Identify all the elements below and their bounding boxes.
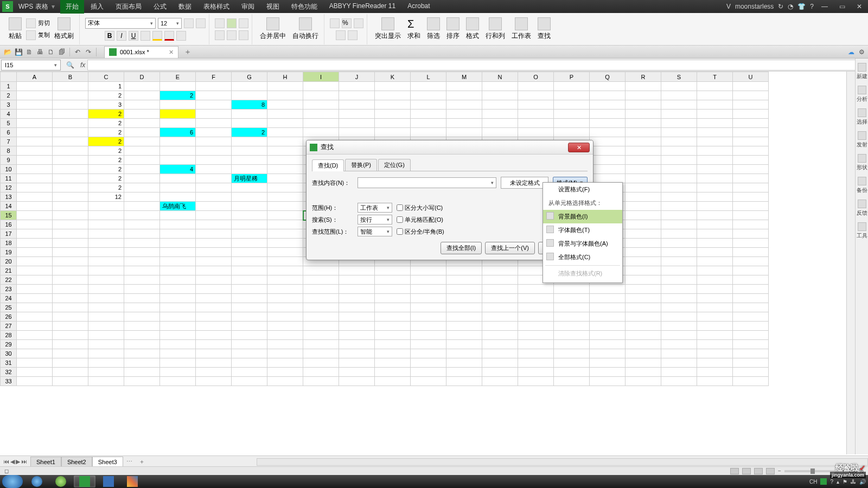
cell-F6[interactable]: [196, 128, 232, 137]
cell-N29[interactable]: [482, 340, 518, 349]
increase-font-icon[interactable]: [184, 18, 194, 28]
cell-G6[interactable]: 2: [232, 128, 267, 137]
cell-R17[interactable]: [626, 229, 661, 239]
cell-H26[interactable]: [267, 312, 303, 322]
cell-G27[interactable]: [232, 322, 267, 331]
col-header-Q[interactable]: Q: [590, 72, 626, 82]
cell-H31[interactable]: [267, 358, 303, 368]
cell-A7[interactable]: [17, 137, 53, 146]
cell-A8[interactable]: [17, 146, 53, 156]
cell-S22[interactable]: [661, 275, 697, 285]
cell-H10[interactable]: [267, 165, 303, 174]
cell-F17[interactable]: [196, 229, 232, 239]
cell-R15[interactable]: [626, 211, 661, 220]
cell-L2[interactable]: [411, 91, 446, 100]
cell-E32[interactable]: [160, 368, 196, 377]
cell-F30[interactable]: [196, 349, 232, 358]
cell-A13[interactable]: [17, 192, 53, 202]
fx-search-icon[interactable]: 🔍: [62, 61, 78, 69]
side-选择[interactable]: 选择: [857, 108, 867, 126]
row-header-8[interactable]: 8: [1, 146, 17, 156]
format-painter-button[interactable]: 格式刷: [52, 16, 76, 42]
highlight-button[interactable]: 突出显示: [373, 16, 403, 42]
cell-L21[interactable]: [411, 266, 446, 275]
maximize-button[interactable]: ▭: [835, 3, 848, 10]
cell-O29[interactable]: [518, 340, 554, 349]
paste-button[interactable]: 粘贴: [7, 16, 24, 42]
cell-D3[interactable]: [124, 100, 160, 110]
cell-F24[interactable]: [196, 294, 232, 303]
cell-F23[interactable]: [196, 285, 232, 294]
side-工具[interactable]: 工具: [857, 222, 867, 240]
cell-C22[interactable]: [88, 275, 124, 285]
save-icon[interactable]: 💾: [14, 48, 23, 56]
cell-C14[interactable]: [88, 202, 124, 211]
tray-ime[interactable]: CH: [809, 479, 817, 485]
match-whole-checkbox[interactable]: [397, 216, 403, 223]
cell-U21[interactable]: [733, 266, 769, 275]
settings-icon[interactable]: ⚙: [859, 48, 865, 56]
cell-A6[interactable]: [17, 128, 53, 137]
cell-G7[interactable]: [232, 137, 267, 146]
col-header-I[interactable]: I: [303, 72, 339, 82]
cell-I21[interactable]: [303, 266, 339, 275]
cell-I32[interactable]: [303, 368, 339, 377]
help-icon[interactable]: ?: [810, 3, 814, 10]
cell-U20[interactable]: [733, 257, 769, 266]
cell-R25[interactable]: [626, 303, 661, 312]
cell-E19[interactable]: [160, 248, 196, 257]
cell-L1[interactable]: [411, 82, 446, 91]
cell-U10[interactable]: [733, 165, 769, 174]
redo-icon[interactable]: ↷: [84, 48, 93, 56]
cell-S20[interactable]: [661, 257, 697, 266]
row-header-25[interactable]: 25: [1, 303, 17, 312]
cell-F7[interactable]: [196, 137, 232, 146]
cell-T1[interactable]: [697, 82, 733, 91]
minimize-button[interactable]: —: [818, 3, 831, 10]
cell-H4[interactable]: [267, 110, 303, 119]
cell-G15[interactable]: [232, 211, 267, 220]
row-header-10[interactable]: 10: [1, 165, 17, 174]
cell-R21[interactable]: [626, 266, 661, 275]
cell-A21[interactable]: [17, 266, 53, 275]
cell-C33[interactable]: [88, 377, 124, 386]
cell-U28[interactable]: [733, 331, 769, 340]
cell-D33[interactable]: [124, 377, 160, 386]
cell-C16[interactable]: [88, 220, 124, 229]
cell-G25[interactable]: [232, 303, 267, 312]
cell-N4[interactable]: [482, 110, 518, 119]
cell-R18[interactable]: [626, 239, 661, 248]
cell-U24[interactable]: [733, 294, 769, 303]
cell-D12[interactable]: [124, 183, 160, 192]
cell-U19[interactable]: [733, 248, 769, 257]
cell-F27[interactable]: [196, 322, 232, 331]
format-button[interactable]: 格式: [464, 16, 481, 42]
cell-I6[interactable]: [303, 128, 339, 137]
cell-Q7[interactable]: [590, 137, 626, 146]
cell-M33[interactable]: [446, 377, 482, 386]
cell-D24[interactable]: [124, 294, 160, 303]
cloud-sync-icon[interactable]: ☁: [848, 48, 854, 56]
cell-E11[interactable]: [160, 174, 196, 183]
cell-E17[interactable]: [160, 229, 196, 239]
cell-R32[interactable]: [626, 368, 661, 377]
cell-O24[interactable]: [518, 294, 554, 303]
merge-center-button[interactable]: 合并居中: [258, 16, 288, 42]
cell-F22[interactable]: [196, 275, 232, 285]
tray-network-icon[interactable]: 🖧: [851, 479, 856, 485]
cell-F10[interactable]: [196, 165, 232, 174]
cell-P6[interactable]: [554, 128, 590, 137]
cell-T28[interactable]: [697, 331, 733, 340]
sheet-nav-first-icon[interactable]: ⏮: [3, 458, 9, 465]
cell-R8[interactable]: [626, 146, 661, 156]
cell-J24[interactable]: [339, 294, 375, 303]
cell-R10[interactable]: [626, 165, 661, 174]
row-header-23[interactable]: 23: [1, 285, 17, 294]
cell-L3[interactable]: [411, 100, 446, 110]
cell-M27[interactable]: [446, 322, 482, 331]
col-header-J[interactable]: J: [339, 72, 375, 82]
formula-input[interactable]: [87, 60, 868, 70]
cell-Q33[interactable]: [590, 377, 626, 386]
cell-R28[interactable]: [626, 331, 661, 340]
sheet-nav-next-icon[interactable]: ▶: [16, 458, 20, 465]
